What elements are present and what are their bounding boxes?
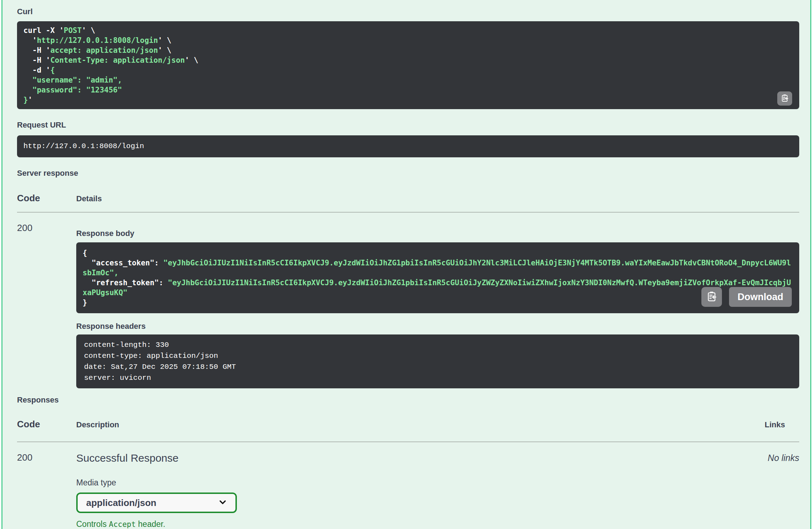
responses-code-header: Code bbox=[17, 419, 76, 429]
request-url-block: http://127.0.0.1:8008/login bbox=[17, 135, 799, 157]
server-response-row: 200 Response body { "access_token": "eyJ… bbox=[17, 213, 799, 388]
hint-suffix: header. bbox=[136, 519, 165, 529]
copy-response-button[interactable] bbox=[701, 287, 722, 307]
curl-command-block: curl -X 'POST' \ 'http://127.0.0.1:8008/… bbox=[17, 21, 799, 109]
responses-status-code: 200 bbox=[17, 452, 76, 463]
no-links-text: No links bbox=[768, 453, 799, 463]
server-response-table-header: Code Details bbox=[17, 193, 799, 213]
login-endpoint-response-panel: Curl curl -X 'POST' \ 'http://127.0.0.1:… bbox=[1, 0, 811, 529]
response-body-actions: Download bbox=[701, 287, 792, 307]
download-button[interactable]: Download bbox=[729, 287, 792, 307]
clipboard-copy-icon bbox=[706, 291, 717, 303]
server-response-title: Server response bbox=[17, 169, 799, 178]
response-headers-block: content-length: 330 content-type: applic… bbox=[76, 334, 799, 388]
curl-command-text: curl -X 'POST' \ 'http://127.0.0.1:8008/… bbox=[23, 26, 793, 105]
media-type-select[interactable]: application/json bbox=[76, 493, 237, 513]
responses-title: Responses bbox=[17, 395, 799, 405]
clipboard-copy-icon bbox=[780, 94, 789, 103]
request-url-text: http://127.0.0.1:8008/login bbox=[23, 142, 793, 150]
media-type-selected-value: application/json bbox=[86, 497, 156, 508]
hint-accept-code: Accept bbox=[109, 520, 136, 529]
chevron-down-icon bbox=[218, 497, 228, 508]
responses-links-header: Links bbox=[765, 420, 799, 430]
server-response-code-header: Code bbox=[17, 193, 76, 203]
response-body-block: { "access_token": "eyJhbGciOiJIUzI1NiIsI… bbox=[76, 242, 799, 313]
media-type-label: Media type bbox=[76, 478, 768, 487]
response-body-text: { "access_token": "eyJhbGciOiJIUzI1NiIsI… bbox=[83, 248, 793, 308]
response-body-label: Response body bbox=[76, 229, 799, 238]
responses-row-200: 200 Successful Response Media type appli… bbox=[17, 442, 799, 529]
server-response-status-code: 200 bbox=[17, 223, 76, 233]
accept-header-hint: Controls Accept header. bbox=[76, 519, 768, 529]
response-headers-label: Response headers bbox=[76, 322, 799, 331]
curl-title: Curl bbox=[17, 7, 799, 16]
response-description: Successful Response bbox=[76, 452, 768, 464]
copy-curl-button[interactable] bbox=[777, 91, 792, 106]
responses-description-header: Description bbox=[76, 420, 765, 430]
hint-prefix: Controls bbox=[76, 519, 109, 529]
request-url-title: Request URL bbox=[17, 120, 799, 130]
server-response-details-header: Details bbox=[76, 193, 799, 204]
responses-table-header: Code Description Links bbox=[17, 419, 799, 442]
response-headers-text: content-length: 330 content-type: applic… bbox=[84, 339, 791, 383]
